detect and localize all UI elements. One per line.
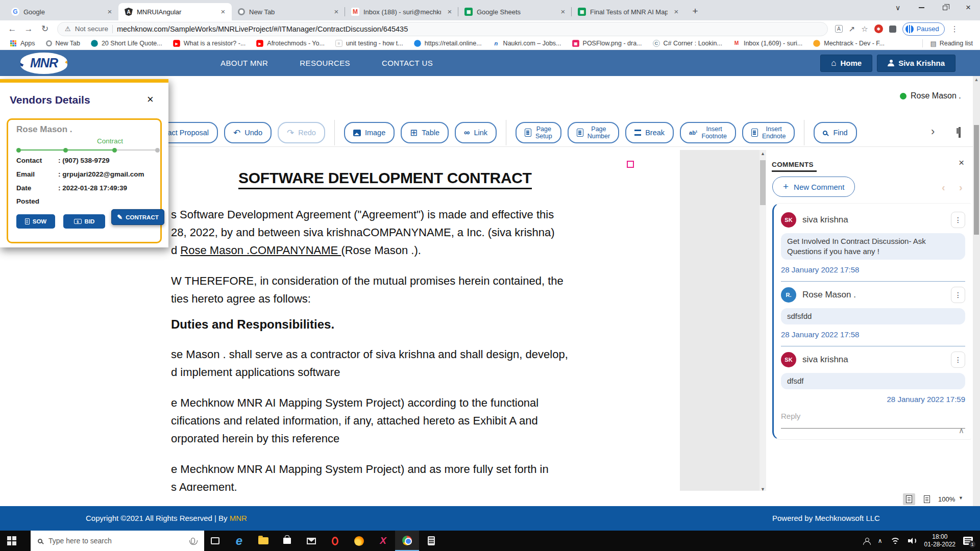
close-button[interactable]: × bbox=[957, 0, 980, 15]
people-icon[interactable] bbox=[863, 538, 870, 544]
tab-close-icon[interactable]: × bbox=[105, 7, 114, 16]
new-tab-button[interactable]: + bbox=[688, 4, 702, 18]
scroll-up-icon[interactable]: ▲ bbox=[760, 150, 766, 158]
microphone-icon[interactable] bbox=[191, 538, 195, 544]
bookmark-item[interactable]: ▶What is a resistor? -... bbox=[168, 39, 250, 47]
browser-tab[interactable]: New Tab× bbox=[232, 3, 345, 20]
break-button[interactable]: Break bbox=[625, 122, 674, 143]
scrollbar-thumb[interactable] bbox=[760, 160, 766, 205]
nav-about-mnr[interactable]: ABOUT MNR bbox=[220, 59, 268, 67]
page-scrollbar[interactable]: ▲ ▼ bbox=[973, 76, 980, 531]
scroll-up-icon[interactable]: ▲ bbox=[973, 77, 980, 82]
chrome-menu-icon[interactable]: ⋮ bbox=[951, 24, 959, 34]
extensions-puzzle-icon[interactable] bbox=[889, 26, 896, 33]
restore-button[interactable] bbox=[933, 0, 957, 15]
browser-tab[interactable]: AMNRUIAngular× bbox=[118, 3, 232, 20]
browser-tab[interactable]: MInbox (188) - suri@mechknowso× bbox=[345, 3, 458, 20]
home-button[interactable]: ⌂ Home bbox=[820, 55, 872, 72]
wifi-icon[interactable] bbox=[890, 537, 900, 545]
find-button[interactable]: Find bbox=[814, 122, 856, 143]
task-view-button[interactable] bbox=[203, 531, 227, 551]
reply-input[interactable]: Reply bbox=[781, 412, 965, 429]
bookmark-item[interactable]: CC# Corner : Lookin... bbox=[648, 39, 726, 47]
footer-brand-link[interactable]: MNR bbox=[230, 514, 247, 522]
browser-tab[interactable]: ▦Final Tests of MNR AI Mapping S× bbox=[572, 3, 685, 20]
opera-icon[interactable] bbox=[323, 531, 347, 551]
forward-button[interactable]: → bbox=[20, 24, 37, 34]
undo-button[interactable]: Undo bbox=[224, 122, 272, 143]
bookmark-item[interactable]: MInbox (1,609) - suri... bbox=[728, 39, 806, 47]
contract-button[interactable]: CONTRACT bbox=[111, 209, 164, 225]
tab-close-icon[interactable]: × bbox=[445, 7, 454, 16]
document-scrollbar[interactable]: ▲ ▼ bbox=[760, 150, 766, 493]
nav-contact-us[interactable]: CONTACT US bbox=[382, 59, 433, 67]
side-panel-toggle-icon[interactable] bbox=[959, 127, 961, 138]
comment-anchor-marker[interactable] bbox=[627, 161, 634, 168]
comment-menu-icon[interactable]: ⋮ bbox=[951, 212, 965, 228]
bookmark-star-icon[interactable]: ☆ bbox=[861, 24, 868, 34]
minimize-button[interactable] bbox=[910, 0, 933, 15]
collapse-chevron-up-icon[interactable]: ∧ bbox=[959, 426, 964, 435]
sync-paused-button[interactable]: Paused bbox=[902, 22, 945, 36]
document-page[interactable]: SOFTWARE DEVELOPMENT CONTRACT s Software… bbox=[167, 150, 680, 493]
prev-comment-icon[interactable]: ‹ bbox=[942, 182, 945, 193]
chrome-icon[interactable] bbox=[395, 531, 419, 551]
adblock-extension-icon[interactable]: ✱ bbox=[874, 24, 883, 33]
new-comment-button[interactable]: + New Comment bbox=[772, 177, 855, 197]
tab-close-icon[interactable]: × bbox=[218, 7, 228, 16]
start-button[interactable] bbox=[7, 536, 16, 545]
nav-resources[interactable]: RESOURCES bbox=[300, 59, 350, 67]
next-comment-icon[interactable]: › bbox=[959, 182, 963, 193]
scrollbar-thumb[interactable] bbox=[974, 125, 979, 235]
comment-menu-icon[interactable]: ⋮ bbox=[951, 352, 965, 368]
link-button[interactable]: Link bbox=[455, 122, 497, 143]
bookmark-item[interactable]: ≡unit testing - how t... bbox=[331, 39, 407, 47]
tab-search-icon[interactable]: ∨ bbox=[886, 0, 910, 15]
bookmark-item[interactable]: nNaukri.com – Jobs... bbox=[488, 39, 566, 47]
mnr-logo[interactable]: MNR bbox=[20, 53, 67, 74]
volume-icon[interactable] bbox=[908, 537, 917, 544]
bookmark-item[interactable]: Apps bbox=[5, 39, 39, 47]
file-explorer-icon[interactable] bbox=[251, 531, 275, 551]
page-number-button[interactable]: PageNumber bbox=[568, 122, 619, 143]
firefox-icon[interactable] bbox=[347, 531, 371, 551]
tab-close-icon[interactable]: × bbox=[672, 7, 681, 16]
reading-list-button[interactable]: ▤ Reading list bbox=[922, 39, 980, 47]
design-app-icon[interactable]: X bbox=[371, 531, 395, 551]
share-icon[interactable]: ↗ bbox=[849, 24, 855, 34]
popup-close-icon[interactable]: × bbox=[147, 93, 154, 106]
taskbar-search-input[interactable]: Type here to search bbox=[31, 531, 204, 551]
bookmark-item[interactable]: 20 Short Life Quote... bbox=[86, 39, 166, 47]
zoom-level[interactable]: 100% bbox=[938, 495, 955, 503]
comments-close-icon[interactable]: × bbox=[959, 157, 964, 168]
insert-endnote-button[interactable]: InsertEndnote bbox=[742, 122, 795, 143]
tab-close-icon[interactable]: × bbox=[332, 7, 341, 16]
taskbar-clock[interactable]: 18:00 01-28-2022 bbox=[924, 533, 955, 548]
redo-button[interactable]: Redo bbox=[278, 122, 325, 143]
browser-tab[interactable]: GGoogle× bbox=[5, 3, 118, 20]
store-icon[interactable] bbox=[275, 531, 299, 551]
tab-close-icon[interactable]: × bbox=[558, 7, 568, 16]
bookmark-item[interactable]: ▶Afrotechmods - Yo... bbox=[252, 39, 329, 47]
zoom-caret-icon[interactable]: ▼ bbox=[959, 495, 963, 500]
address-bar[interactable]: ⚠ Not secure mechknow.com/SampleWorks/MN… bbox=[57, 22, 828, 36]
browser-tab[interactable]: ▦Google Sheets× bbox=[458, 3, 572, 20]
toolbar-overflow-chevron-icon[interactable]: › bbox=[931, 125, 935, 138]
calculator-icon[interactable] bbox=[419, 531, 443, 551]
translate-icon[interactable]: A bbox=[835, 25, 843, 33]
page-setup-button[interactable]: PageSetup bbox=[516, 122, 561, 143]
bookmark-item[interactable]: ▣POSFlow.png - dra... bbox=[568, 39, 646, 47]
reading-view-icon[interactable] bbox=[903, 493, 915, 505]
bookmark-item[interactable]: https://retail.online... bbox=[409, 39, 486, 47]
bid-button[interactable]: $ BID bbox=[63, 214, 105, 229]
table-button[interactable]: Table bbox=[401, 122, 449, 143]
reload-button[interactable]: ↻ bbox=[37, 23, 53, 34]
insert-footnote-button[interactable]: InsertFootnote bbox=[680, 122, 736, 143]
edge-icon[interactable]: e bbox=[227, 531, 251, 551]
notification-center-icon[interactable]: 1 bbox=[963, 537, 973, 545]
bookmark-item[interactable]: New Tab bbox=[41, 40, 84, 47]
print-layout-icon[interactable] bbox=[921, 493, 933, 505]
comment-menu-icon[interactable]: ⋮ bbox=[951, 287, 965, 303]
image-button[interactable]: Image bbox=[344, 122, 395, 143]
user-button[interactable]: Siva Krishna bbox=[877, 55, 955, 72]
